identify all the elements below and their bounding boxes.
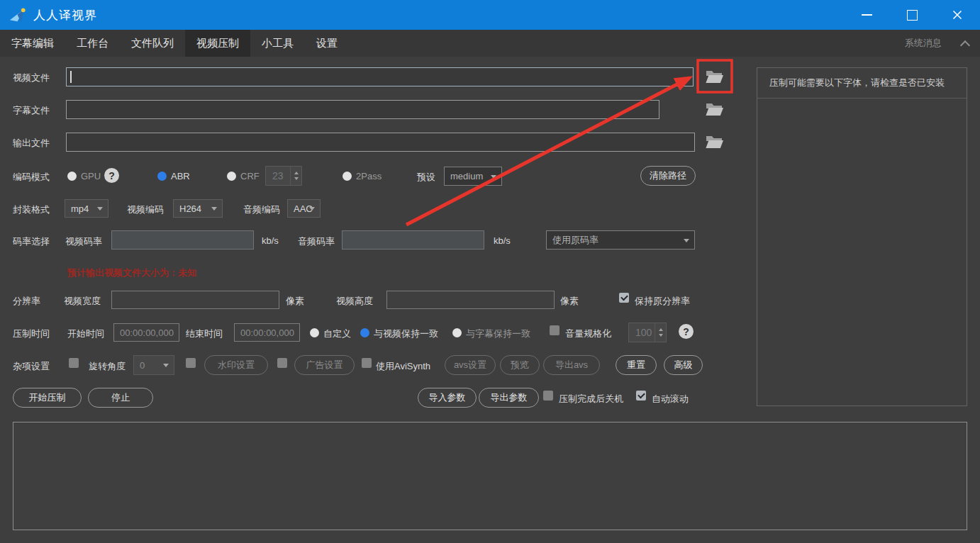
video-bitrate-unit: kb/s	[262, 235, 279, 246]
auto-scroll-label[interactable]: 自动滚动	[652, 393, 689, 405]
start-time-field[interactable]: 00:00:00,000	[113, 323, 179, 342]
rotate-checkbox[interactable]	[69, 358, 79, 368]
ad-checkbox[interactable]	[277, 358, 287, 368]
main-tabbar: 字幕编辑 工作台 文件队列 视频压制 小工具 设置 系统消息	[0, 30, 980, 57]
video-width-input[interactable]	[111, 291, 279, 309]
reset-button[interactable]: 重置	[616, 355, 657, 375]
gpu-help-icon[interactable]: ?	[104, 168, 119, 183]
start-time-label: 开始时间	[67, 328, 104, 340]
preview-button[interactable]: 预览	[500, 355, 540, 375]
start-compress-button[interactable]: 开始压制	[13, 388, 82, 408]
radio-custom-time[interactable]	[310, 328, 319, 337]
advanced-button[interactable]: 高级	[664, 355, 703, 375]
video-file-browse-folder-icon[interactable]	[704, 68, 724, 85]
stop-button[interactable]: 停止	[88, 388, 153, 408]
audio-codec-dropdown[interactable]: AAC	[287, 199, 321, 218]
radio-gpu[interactable]	[67, 172, 77, 181]
spinner-arrows-icon[interactable]	[290, 167, 301, 185]
clear-path-button[interactable]: 清除路径	[640, 166, 696, 186]
maximize-button[interactable]	[889, 0, 935, 30]
video-codec-dropdown[interactable]: H264	[173, 199, 223, 218]
radio-2pass[interactable]	[343, 172, 352, 181]
end-time-field[interactable]: 00:00:00,000	[234, 323, 300, 342]
rotate-angle-dropdown[interactable]: 0	[133, 355, 174, 375]
app-title: 人人译视界	[33, 7, 97, 23]
watermark-checkbox[interactable]	[186, 358, 196, 368]
radio-2pass-label[interactable]: 2Pass	[356, 171, 382, 181]
tab-file-queue[interactable]: 文件队列	[120, 30, 185, 57]
subtitle-file-label: 字幕文件	[13, 104, 50, 117]
output-file-input[interactable]	[66, 133, 695, 152]
keep-original-resolution-checkbox[interactable]	[619, 293, 629, 303]
log-output-area[interactable]	[13, 422, 967, 530]
crf-value-spinner[interactable]: 23	[265, 166, 302, 186]
tab-video-compress[interactable]: 视频压制	[185, 30, 250, 57]
video-file-label: 视频文件	[13, 72, 50, 84]
volume-normalize-checkbox[interactable]	[550, 325, 559, 335]
audio-bitrate-input[interactable]	[342, 230, 484, 250]
tab-subtitle-edit[interactable]: 字幕编辑	[0, 30, 65, 57]
preset-dropdown[interactable]: medium	[444, 167, 502, 186]
shutdown-after-label[interactable]: 压制完成后关机	[559, 393, 623, 405]
misc-settings-label: 杂项设置	[13, 360, 50, 373]
video-height-label: 视频高度	[336, 295, 373, 308]
close-button[interactable]	[935, 0, 980, 30]
volume-help-icon[interactable]: ?	[679, 324, 694, 339]
tab-settings[interactable]: 设置	[305, 30, 349, 57]
export-params-button[interactable]: 导出参数	[479, 388, 539, 408]
export-avs-button[interactable]: 导出avs	[543, 355, 600, 375]
crf-value: 23	[272, 170, 284, 181]
encode-mode-label: 编码模式	[13, 171, 50, 184]
avisynth-label[interactable]: 使用AviSynth	[376, 360, 430, 373]
container-format-dropdown[interactable]: mp4	[65, 199, 108, 218]
video-codec-value: H264	[179, 203, 201, 214]
radio-crf[interactable]	[227, 172, 236, 181]
import-params-button[interactable]: 导入参数	[418, 388, 477, 408]
subtitle-file-browse-folder-icon[interactable]	[704, 101, 724, 118]
spinner-arrows-icon[interactable]	[655, 323, 666, 342]
video-width-label: 视频宽度	[64, 295, 101, 308]
chevron-down-icon	[491, 175, 496, 179]
video-height-input[interactable]	[386, 291, 555, 309]
auto-scroll-checkbox[interactable]	[636, 391, 646, 401]
app-logo-icon	[9, 6, 28, 25]
minimize-icon	[862, 14, 872, 16]
watermark-settings-button[interactable]: 水印设置	[204, 355, 268, 375]
audio-bitrate-unit: kb/s	[494, 235, 511, 246]
chevron-down-icon	[97, 207, 103, 211]
radio-follow-video[interactable]	[360, 328, 369, 337]
bitrate-mode-dropdown[interactable]: 使用原码率	[546, 230, 695, 250]
volume-value-spinner[interactable]: 100	[628, 323, 667, 342]
video-file-input[interactable]	[66, 67, 694, 86]
tab-workbench[interactable]: 工作台	[65, 30, 120, 57]
radio-custom-time-label[interactable]: 自定义	[323, 328, 351, 340]
radio-follow-subtitle[interactable]	[452, 328, 462, 337]
preset-value: medium	[450, 171, 483, 181]
video-compress-panel: 视频文件 字幕文件 输出文件 编码模式 GPU ? ABR CRF 23	[0, 57, 980, 543]
radio-follow-video-label[interactable]: 与视频保持一致	[374, 328, 438, 340]
chevron-down-icon	[309, 207, 315, 211]
video-bitrate-label: 视频码率	[65, 235, 102, 248]
subtitle-file-input[interactable]	[66, 100, 659, 119]
keep-original-resolution-label[interactable]: 保持原分辨率	[635, 295, 690, 308]
avs-settings-button[interactable]: avs设置	[445, 355, 496, 375]
text-cursor	[70, 71, 72, 83]
video-bitrate-input[interactable]	[111, 230, 254, 250]
output-file-browse-folder-icon[interactable]	[704, 133, 724, 150]
avisynth-checkbox[interactable]	[362, 358, 372, 368]
radio-abr-label[interactable]: ABR	[171, 171, 190, 181]
radio-crf-label[interactable]: CRF	[240, 171, 260, 181]
volume-normalize-label[interactable]: 音量规格化	[565, 328, 611, 340]
radio-follow-subtitle-label[interactable]: 与字幕保持一致	[466, 328, 530, 340]
minimize-button[interactable]	[844, 0, 889, 30]
ad-settings-button[interactable]: 广告设置	[294, 355, 355, 375]
shutdown-after-checkbox[interactable]	[543, 391, 553, 401]
video-height-unit: 像素	[560, 295, 579, 308]
fonts-panel-header: 压制可能需要以下字体，请检查是否已安装	[757, 68, 967, 99]
audio-bitrate-label: 音频码率	[298, 235, 335, 248]
chevron-up-icon[interactable]	[960, 40, 970, 50]
radio-abr[interactable]	[157, 172, 167, 181]
tab-tools[interactable]: 小工具	[250, 30, 305, 57]
radio-gpu-label[interactable]: GPU	[81, 171, 101, 181]
system-message-button[interactable]: 系统消息	[905, 30, 942, 57]
